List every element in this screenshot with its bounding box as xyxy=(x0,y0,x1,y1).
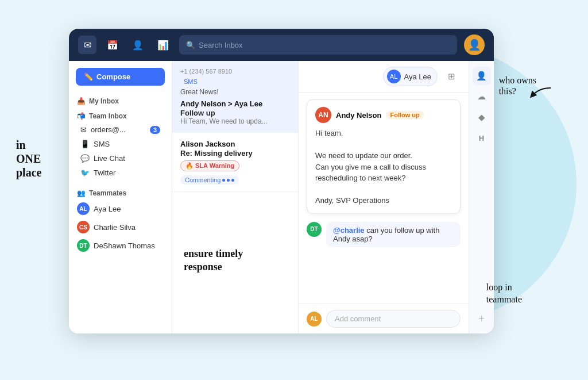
msg-subject-1: Follow up xyxy=(180,109,290,117)
teammate-charlie[interactable]: CS Charlie Silva xyxy=(69,218,172,236)
teammate-avatar-charlie: CS xyxy=(77,221,90,233)
sidebar: ✏️ Compose 📥 My Inbox 📬 Team Inbox ✉ ord… xyxy=(69,61,172,333)
assignee-avatar: AL xyxy=(387,70,401,83)
mention-tag: @charlie xyxy=(333,226,365,235)
nav-calendar-icon[interactable]: 📅 xyxy=(103,36,122,54)
comment-input[interactable]: Add comment xyxy=(326,310,461,328)
mention-text-bubble: @charlie can you follow up with Andy asa… xyxy=(326,222,461,247)
orders-badge: 3 xyxy=(150,126,160,134)
teammates-section: 👥 Teammates xyxy=(69,185,172,199)
msg-snippet-1: Hi Team, We need to upda... xyxy=(180,117,290,125)
typing-dot-1 xyxy=(222,179,225,182)
sms-icon: 📱 xyxy=(80,140,90,148)
right-sidebar: 👤 ☁ ◆ H + xyxy=(469,61,494,333)
email-card-body: Hi team, We need to update our order. Ca… xyxy=(315,128,452,206)
message-item-alison[interactable]: Alison Jackson Re: Missing delivery 🔥 SL… xyxy=(172,133,298,192)
top-nav: ✉ 📅 👤 📊 🔍 Search Inbox 👤 xyxy=(69,29,494,61)
email-card-header: AN Andy Nelson Follow up xyxy=(315,107,452,123)
typing-dot-2 xyxy=(227,179,230,182)
assignee-name: Aya Lee xyxy=(404,72,431,81)
conversation-body: AN Andy Nelson Follow up Hi team, We nee… xyxy=(299,93,469,304)
team-inbox-icon: 📬 xyxy=(77,112,86,120)
sla-warning-badge: 🔥 SLA Warning xyxy=(180,160,239,171)
rs-cloud-icon[interactable]: ☁ xyxy=(473,87,491,106)
livechat-icon: 💬 xyxy=(80,154,90,163)
teammates-icon: 👥 xyxy=(77,189,86,197)
teammate-aya[interactable]: AL Aya Lee xyxy=(69,199,172,218)
orders-icon: ✉ xyxy=(80,125,87,134)
rs-add-icon[interactable]: + xyxy=(473,309,491,328)
commenting-badge: Commenting xyxy=(180,175,239,185)
annotation-in-one-place: inONEplace xyxy=(16,138,41,179)
mention-comment: DT @charlie can you follow up with Andy … xyxy=(307,220,461,250)
teammate-deshawn[interactable]: DT DeShawn Thomas xyxy=(69,236,172,255)
header-action-icon[interactable]: ⊞ xyxy=(442,67,461,86)
search-bar[interactable]: 🔍 Search Inbox xyxy=(179,35,457,55)
typing-dot-3 xyxy=(231,179,234,182)
search-icon: 🔍 xyxy=(186,41,195,49)
comment-user-avatar: AL xyxy=(307,312,322,327)
conversation-panel: AL Aya Lee ⊞ AN Andy Nelson Follow up Hi… xyxy=(299,61,469,333)
sidebar-item-livechat[interactable]: 💬 Live Chat xyxy=(72,151,168,166)
message-list: +1 (234) 567 8910 SMS Great News! Andy N… xyxy=(172,61,299,333)
msg-tag-1: SMS xyxy=(180,78,201,86)
msg-phone-1: +1 (234) 567 8910 xyxy=(180,68,290,75)
nav-reports-icon[interactable]: 📊 xyxy=(154,36,172,54)
user-avatar-nav[interactable]: 👤 xyxy=(464,34,485,55)
app-window: ✉ 📅 👤 📊 🔍 Search Inbox 👤 ✏️ Compose 📥 My… xyxy=(69,29,494,333)
nav-contacts-icon[interactable]: 👤 xyxy=(129,36,147,54)
compose-icon: ✏️ xyxy=(84,72,93,81)
msg-sender-1: Andy Nelson > Aya Lee xyxy=(180,99,290,108)
sidebar-item-orders[interactable]: ✉ orders@... 3 xyxy=(72,122,168,137)
msg-subject-2: Re: Missing delivery xyxy=(180,149,290,158)
commenter-avatar: DT xyxy=(307,222,322,237)
teammate-avatar-deshawn: DT xyxy=(77,239,90,252)
email-sender-avatar: AN xyxy=(315,107,331,123)
search-input-label: Search Inbox xyxy=(199,41,243,49)
teammate-avatar-aya: AL xyxy=(77,202,90,215)
conversation-header: AL Aya Lee ⊞ xyxy=(299,61,469,93)
assignee-chip[interactable]: AL Aya Lee xyxy=(383,67,438,86)
follow-up-tag: Follow up xyxy=(386,111,423,119)
rs-hubspot-icon[interactable]: H xyxy=(473,129,491,147)
email-card: AN Andy Nelson Follow up Hi team, We nee… xyxy=(307,99,461,214)
my-inbox-section: 📥 My Inbox xyxy=(69,93,172,108)
nav-inbox-icon[interactable]: ✉ xyxy=(78,36,96,54)
sidebar-item-sms[interactable]: 📱 SMS xyxy=(72,137,168,151)
team-inbox-section: 📬 Team Inbox xyxy=(69,108,172,122)
msg-preview-1: Great News! xyxy=(180,88,290,96)
msg-sender-2: Alison Jackson xyxy=(180,140,290,148)
message-item-andy[interactable]: +1 (234) 567 8910 SMS Great News! Andy N… xyxy=(172,61,298,133)
rs-profile-icon[interactable]: 👤 xyxy=(473,67,491,85)
comment-area: AL Add comment xyxy=(299,304,469,333)
sidebar-item-twitter[interactable]: 🐦 Twitter xyxy=(72,166,168,180)
inbox-icon: 📥 xyxy=(77,97,86,105)
main-area: ✏️ Compose 📥 My Inbox 📬 Team Inbox ✉ ord… xyxy=(69,61,494,333)
rs-diamond-icon[interactable]: ◆ xyxy=(473,108,491,126)
email-card-sender: Andy Nelson xyxy=(336,111,381,120)
twitter-icon: 🐦 xyxy=(80,168,90,177)
compose-button[interactable]: ✏️ Compose xyxy=(76,68,165,86)
